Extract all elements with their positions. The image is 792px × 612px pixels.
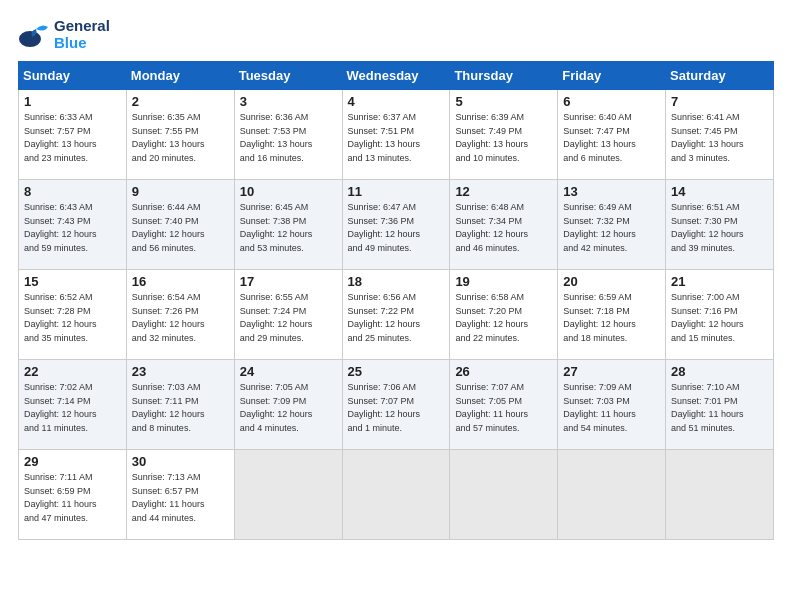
day-info: Sunrise: 6:45 AMSunset: 7:38 PMDaylight:… — [240, 201, 337, 255]
calendar-cell: 23Sunrise: 7:03 AMSunset: 7:11 PMDayligh… — [126, 360, 234, 450]
calendar-week-row: 1Sunrise: 6:33 AMSunset: 7:57 PMDaylight… — [19, 90, 774, 180]
day-info: Sunrise: 6:33 AMSunset: 7:57 PMDaylight:… — [24, 111, 121, 165]
day-number: 19 — [455, 274, 552, 289]
day-number: 5 — [455, 94, 552, 109]
day-info: Sunrise: 6:43 AMSunset: 7:43 PMDaylight:… — [24, 201, 121, 255]
calendar-week-row: 8Sunrise: 6:43 AMSunset: 7:43 PMDaylight… — [19, 180, 774, 270]
calendar-cell: 11Sunrise: 6:47 AMSunset: 7:36 PMDayligh… — [342, 180, 450, 270]
calendar-cell: 22Sunrise: 7:02 AMSunset: 7:14 PMDayligh… — [19, 360, 127, 450]
day-info: Sunrise: 6:58 AMSunset: 7:20 PMDaylight:… — [455, 291, 552, 345]
day-info: Sunrise: 6:40 AMSunset: 7:47 PMDaylight:… — [563, 111, 660, 165]
day-number: 6 — [563, 94, 660, 109]
calendar-header-monday: Monday — [126, 62, 234, 90]
day-number: 13 — [563, 184, 660, 199]
calendar-week-row: 22Sunrise: 7:02 AMSunset: 7:14 PMDayligh… — [19, 360, 774, 450]
calendar-cell: 15Sunrise: 6:52 AMSunset: 7:28 PMDayligh… — [19, 270, 127, 360]
day-info: Sunrise: 7:00 AMSunset: 7:16 PMDaylight:… — [671, 291, 768, 345]
day-number: 3 — [240, 94, 337, 109]
calendar-cell: 10Sunrise: 6:45 AMSunset: 7:38 PMDayligh… — [234, 180, 342, 270]
calendar-cell: 7Sunrise: 6:41 AMSunset: 7:45 PMDaylight… — [666, 90, 774, 180]
calendar-cell: 24Sunrise: 7:05 AMSunset: 7:09 PMDayligh… — [234, 360, 342, 450]
day-info: Sunrise: 6:49 AMSunset: 7:32 PMDaylight:… — [563, 201, 660, 255]
day-number: 30 — [132, 454, 229, 469]
calendar-cell: 12Sunrise: 6:48 AMSunset: 7:34 PMDayligh… — [450, 180, 558, 270]
calendar-cell: 9Sunrise: 6:44 AMSunset: 7:40 PMDaylight… — [126, 180, 234, 270]
day-info: Sunrise: 6:55 AMSunset: 7:24 PMDaylight:… — [240, 291, 337, 345]
day-info: Sunrise: 7:07 AMSunset: 7:05 PMDaylight:… — [455, 381, 552, 435]
day-number: 1 — [24, 94, 121, 109]
day-info: Sunrise: 6:41 AMSunset: 7:45 PMDaylight:… — [671, 111, 768, 165]
calendar-cell — [558, 450, 666, 540]
day-number: 2 — [132, 94, 229, 109]
calendar-week-row: 15Sunrise: 6:52 AMSunset: 7:28 PMDayligh… — [19, 270, 774, 360]
calendar-header-thursday: Thursday — [450, 62, 558, 90]
calendar-cell: 30Sunrise: 7:13 AMSunset: 6:57 PMDayligh… — [126, 450, 234, 540]
calendar-cell: 18Sunrise: 6:56 AMSunset: 7:22 PMDayligh… — [342, 270, 450, 360]
day-info: Sunrise: 7:13 AMSunset: 6:57 PMDaylight:… — [132, 471, 229, 525]
day-info: Sunrise: 6:48 AMSunset: 7:34 PMDaylight:… — [455, 201, 552, 255]
day-info: Sunrise: 7:03 AMSunset: 7:11 PMDaylight:… — [132, 381, 229, 435]
calendar-body: 1Sunrise: 6:33 AMSunset: 7:57 PMDaylight… — [19, 90, 774, 540]
day-number: 11 — [348, 184, 445, 199]
page: General Blue SundayMondayTuesdayWednesda… — [0, 0, 792, 550]
day-info: Sunrise: 7:02 AMSunset: 7:14 PMDaylight:… — [24, 381, 121, 435]
day-info: Sunrise: 6:44 AMSunset: 7:40 PMDaylight:… — [132, 201, 229, 255]
day-number: 22 — [24, 364, 121, 379]
logo-bird-icon — [18, 19, 50, 51]
calendar-cell: 21Sunrise: 7:00 AMSunset: 7:16 PMDayligh… — [666, 270, 774, 360]
day-number: 27 — [563, 364, 660, 379]
day-number: 21 — [671, 274, 768, 289]
logo: General Blue — [18, 18, 110, 51]
day-number: 18 — [348, 274, 445, 289]
day-info: Sunrise: 7:11 AMSunset: 6:59 PMDaylight:… — [24, 471, 121, 525]
day-number: 14 — [671, 184, 768, 199]
calendar-cell: 16Sunrise: 6:54 AMSunset: 7:26 PMDayligh… — [126, 270, 234, 360]
day-number: 26 — [455, 364, 552, 379]
calendar-cell: 17Sunrise: 6:55 AMSunset: 7:24 PMDayligh… — [234, 270, 342, 360]
calendar-header-saturday: Saturday — [666, 62, 774, 90]
day-info: Sunrise: 7:09 AMSunset: 7:03 PMDaylight:… — [563, 381, 660, 435]
day-info: Sunrise: 6:56 AMSunset: 7:22 PMDaylight:… — [348, 291, 445, 345]
calendar-cell: 26Sunrise: 7:07 AMSunset: 7:05 PMDayligh… — [450, 360, 558, 450]
calendar-week-row: 29Sunrise: 7:11 AMSunset: 6:59 PMDayligh… — [19, 450, 774, 540]
day-number: 25 — [348, 364, 445, 379]
day-number: 8 — [24, 184, 121, 199]
calendar-header-tuesday: Tuesday — [234, 62, 342, 90]
day-info: Sunrise: 6:59 AMSunset: 7:18 PMDaylight:… — [563, 291, 660, 345]
svg-point-0 — [19, 31, 41, 47]
calendar-header-sunday: Sunday — [19, 62, 127, 90]
day-number: 29 — [24, 454, 121, 469]
calendar-cell — [666, 450, 774, 540]
day-info: Sunrise: 6:39 AMSunset: 7:49 PMDaylight:… — [455, 111, 552, 165]
day-number: 17 — [240, 274, 337, 289]
day-number: 4 — [348, 94, 445, 109]
calendar-table: SundayMondayTuesdayWednesdayThursdayFrid… — [18, 61, 774, 540]
calendar-cell: 19Sunrise: 6:58 AMSunset: 7:20 PMDayligh… — [450, 270, 558, 360]
calendar-cell: 6Sunrise: 6:40 AMSunset: 7:47 PMDaylight… — [558, 90, 666, 180]
day-number: 24 — [240, 364, 337, 379]
calendar-cell: 2Sunrise: 6:35 AMSunset: 7:55 PMDaylight… — [126, 90, 234, 180]
calendar-cell: 28Sunrise: 7:10 AMSunset: 7:01 PMDayligh… — [666, 360, 774, 450]
day-info: Sunrise: 6:52 AMSunset: 7:28 PMDaylight:… — [24, 291, 121, 345]
day-number: 7 — [671, 94, 768, 109]
calendar-cell: 25Sunrise: 7:06 AMSunset: 7:07 PMDayligh… — [342, 360, 450, 450]
day-info: Sunrise: 6:54 AMSunset: 7:26 PMDaylight:… — [132, 291, 229, 345]
day-number: 20 — [563, 274, 660, 289]
calendar-header-friday: Friday — [558, 62, 666, 90]
day-number: 10 — [240, 184, 337, 199]
day-info: Sunrise: 6:47 AMSunset: 7:36 PMDaylight:… — [348, 201, 445, 255]
day-info: Sunrise: 6:36 AMSunset: 7:53 PMDaylight:… — [240, 111, 337, 165]
day-info: Sunrise: 7:05 AMSunset: 7:09 PMDaylight:… — [240, 381, 337, 435]
calendar-cell: 1Sunrise: 6:33 AMSunset: 7:57 PMDaylight… — [19, 90, 127, 180]
day-number: 16 — [132, 274, 229, 289]
calendar-cell: 8Sunrise: 6:43 AMSunset: 7:43 PMDaylight… — [19, 180, 127, 270]
calendar-cell: 5Sunrise: 6:39 AMSunset: 7:49 PMDaylight… — [450, 90, 558, 180]
day-info: Sunrise: 6:35 AMSunset: 7:55 PMDaylight:… — [132, 111, 229, 165]
day-number: 15 — [24, 274, 121, 289]
calendar-header-wednesday: Wednesday — [342, 62, 450, 90]
calendar-cell — [342, 450, 450, 540]
calendar-cell — [234, 450, 342, 540]
header: General Blue — [18, 18, 774, 51]
calendar-cell: 4Sunrise: 6:37 AMSunset: 7:51 PMDaylight… — [342, 90, 450, 180]
calendar-cell: 13Sunrise: 6:49 AMSunset: 7:32 PMDayligh… — [558, 180, 666, 270]
